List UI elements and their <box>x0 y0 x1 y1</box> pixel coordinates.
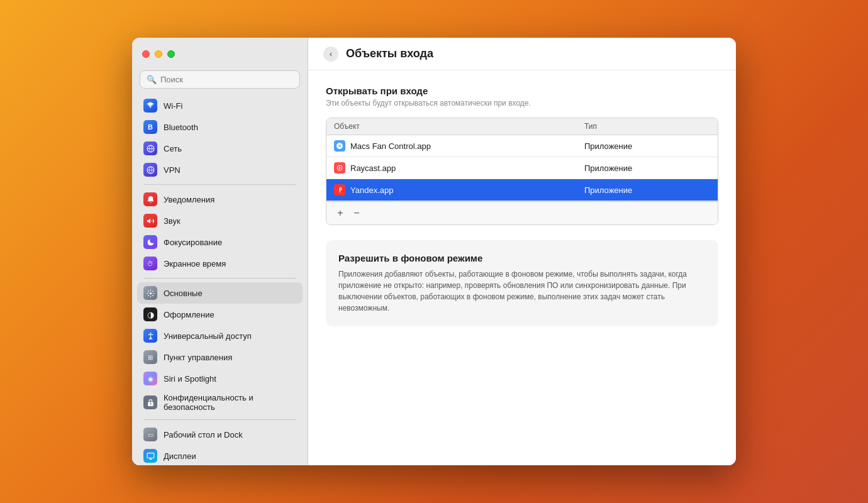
displays-icon <box>143 449 157 463</box>
network-icon <box>143 141 157 155</box>
sidebar-item-notifications[interactable]: Уведомления <box>137 189 303 210</box>
search-input[interactable] <box>160 75 293 84</box>
general-icon <box>143 286 157 300</box>
sidebar-item-appearance-label: Оформление <box>164 310 214 319</box>
sidebar-item-accessibility[interactable]: Универсальный доступ <box>137 325 303 346</box>
raycast-app-type: Приложение <box>584 163 710 173</box>
search-bar[interactable]: 🔍 <box>140 70 300 89</box>
controlcenter-icon: ⊞ <box>143 350 157 364</box>
sidebar-item-desktop[interactable]: ▭ Рабочий стол и Dock <box>137 424 303 445</box>
sidebar: 🔍 Wi-Fi B Bluetooth <box>132 38 308 465</box>
sidebar-item-bluetooth-label: Bluetooth <box>164 123 198 132</box>
yandex-app-icon <box>334 184 345 196</box>
yandex-app-name: Yandex.app <box>350 185 584 195</box>
open-at-login-subtitle: Эти объекты будут открываться автоматиче… <box>326 99 718 108</box>
sidebar-item-screentime[interactable]: ⏱ Экранное время <box>137 253 303 274</box>
page-title: Объекты входа <box>346 47 433 60</box>
col-type-header: Тип <box>584 122 710 131</box>
macs-app-icon <box>334 140 345 152</box>
search-icon: 🔍 <box>147 75 157 84</box>
raycast-app-icon <box>334 162 345 174</box>
sidebar-item-network[interactable]: Сеть <box>137 138 303 159</box>
sidebar-item-vpn[interactable]: VPN <box>137 159 303 180</box>
sound-icon <box>143 214 157 228</box>
yandex-app-type: Приложение <box>584 185 710 195</box>
main-window: 🔍 Wi-Fi B Bluetooth <box>132 38 736 465</box>
sidebar-item-appearance[interactable]: ◑ Оформление <box>137 304 303 325</box>
table-row-yandex[interactable]: Yandex.app Приложение <box>326 179 718 201</box>
sidebar-item-controlcenter[interactable]: ⊞ Пункт управления <box>137 346 303 368</box>
svg-point-2 <box>149 292 151 294</box>
desktop-icon: ▭ <box>143 428 157 441</box>
table-header: Объект Тип <box>326 118 718 135</box>
table-actions: + − <box>326 201 718 224</box>
login-items-table: Объект Тип Macs Fan Control.app Приложен… <box>326 118 718 225</box>
table-row-macs[interactable]: Macs Fan Control.app Приложение <box>326 135 718 157</box>
sidebar-item-siri[interactable]: ◉ Siri и Spotlight <box>137 368 303 389</box>
wifi-icon <box>143 99 157 113</box>
sidebar-item-displays[interactable]: Дисплеи <box>137 445 303 465</box>
sidebar-list: Wi-Fi B Bluetooth Сеть VPN <box>132 95 308 465</box>
add-item-button[interactable]: + <box>333 206 348 221</box>
sidebar-item-bluetooth[interactable]: B Bluetooth <box>137 116 303 138</box>
sidebar-item-displays-label: Дисплеи <box>164 451 196 461</box>
accessibility-icon <box>143 329 157 343</box>
sidebar-item-sound[interactable]: Звук <box>137 210 303 231</box>
sidebar-divider-1 <box>143 184 296 185</box>
sidebar-divider-2 <box>143 278 296 279</box>
background-mode-section: Разрешить в фоновом режиме Приложения до… <box>326 240 718 326</box>
notifications-icon <box>143 192 157 206</box>
back-button[interactable]: ‹ <box>323 47 338 62</box>
svg-rect-4 <box>147 453 154 458</box>
focus-icon <box>143 235 157 249</box>
sidebar-item-general[interactable]: Основные <box>137 282 303 304</box>
sidebar-section-network: Wi-Fi B Bluetooth Сеть VPN <box>137 95 303 180</box>
sidebar-section-system: Уведомления Звук Фокусирование ⏱ Экр <box>137 189 303 274</box>
sidebar-item-vpn-label: VPN <box>164 165 181 175</box>
privacy-icon <box>143 395 157 409</box>
close-button[interactable] <box>142 50 150 58</box>
svg-point-3 <box>150 333 151 334</box>
sidebar-item-wifi[interactable]: Wi-Fi <box>137 95 303 116</box>
sidebar-section-preferences: Основные ◑ Оформление Универсальный дост… <box>137 282 303 416</box>
content-header: ‹ Объекты входа <box>308 38 736 70</box>
background-mode-text: Приложения добавляют объекты, работающие… <box>338 268 706 314</box>
table-row-raycast[interactable]: Raycast.app Приложение <box>326 157 718 179</box>
col-object-header: Объект <box>334 122 584 131</box>
main-content: ‹ Объекты входа Открывать при входе Эти … <box>308 38 736 465</box>
sidebar-divider-3 <box>143 419 296 420</box>
sidebar-item-accessibility-label: Универсальный доступ <box>164 331 252 341</box>
screentime-icon: ⏱ <box>143 257 157 270</box>
sidebar-item-notifications-label: Уведомления <box>164 195 214 204</box>
sidebar-item-focus-label: Фокусирование <box>164 238 222 247</box>
background-mode-title: Разрешить в фоновом режиме <box>338 253 706 263</box>
sidebar-item-general-label: Основные <box>164 289 203 298</box>
siri-icon: ◉ <box>143 372 157 385</box>
open-at-login-section: Открывать при входе Эти объекты будут от… <box>326 86 718 225</box>
sidebar-item-siri-label: Siri и Spotlight <box>164 374 216 384</box>
vpn-icon <box>143 163 157 177</box>
sidebar-item-privacy-label: Конфиденциальность и безопасность <box>164 393 296 412</box>
sidebar-item-focus[interactable]: Фокусирование <box>137 231 303 253</box>
appearance-icon: ◑ <box>143 307 157 321</box>
bluetooth-icon: B <box>143 120 157 134</box>
sidebar-item-sound-label: Звук <box>164 216 181 226</box>
minimize-button[interactable] <box>155 50 162 58</box>
sidebar-item-network-label: Сеть <box>164 144 182 153</box>
sidebar-item-controlcenter-label: Пункт управления <box>164 353 232 362</box>
macs-app-name: Macs Fan Control.app <box>350 141 584 151</box>
sidebar-item-screentime-label: Экранное время <box>164 259 226 268</box>
sidebar-section-desktop: ▭ Рабочий стол и Dock Дисплеи <box>137 424 303 465</box>
sidebar-item-desktop-label: Рабочий стол и Dock <box>164 430 243 439</box>
raycast-app-name: Raycast.app <box>350 163 584 173</box>
remove-item-button[interactable]: − <box>349 206 364 221</box>
macs-app-type: Приложение <box>584 141 710 151</box>
maximize-button[interactable] <box>167 50 175 58</box>
sidebar-item-wifi-label: Wi-Fi <box>164 101 182 111</box>
open-at-login-title: Открывать при входе <box>326 86 718 96</box>
sidebar-item-privacy[interactable]: Конфиденциальность и безопасность <box>137 389 303 416</box>
content-body: Открывать при входе Эти объекты будут от… <box>308 70 736 465</box>
titlebar <box>132 38 308 70</box>
